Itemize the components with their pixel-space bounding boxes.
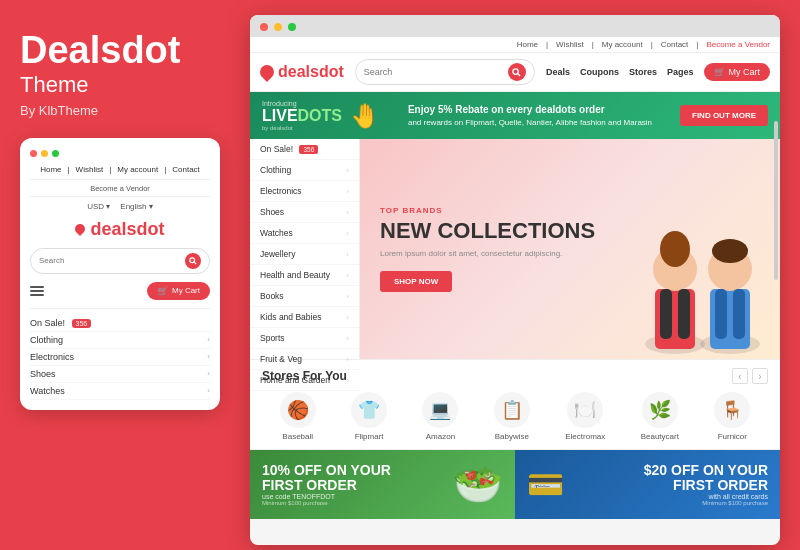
mobile-nav-wishlist[interactable]: Wishlist (76, 165, 104, 174)
site-cart-label: My Cart (729, 67, 761, 77)
mobile-menu-item-onsale[interactable]: On Sale! 356 (30, 315, 210, 332)
mobile-cart-label: My Cart (172, 286, 200, 295)
promo-introducing: Introducing (262, 100, 342, 107)
browser-dot-yellow (274, 23, 282, 31)
promo-blue-min: Minimum $100 purchase (644, 500, 768, 506)
category-label-jewellery: Jewellery (260, 249, 295, 259)
mobile-dot-red (30, 150, 37, 157)
category-item-kids[interactable]: Kids and Babies › (250, 307, 359, 328)
mobile-menu-item-clothing[interactable]: Clothing › (30, 332, 210, 349)
store-item-beautycart[interactable]: 🌿 Beautycart (641, 392, 679, 441)
mobile-cart-button[interactable]: 🛒 My Cart (147, 282, 210, 300)
hero-subtitle: Lorem ipsum dolor sit amet, consectetur … (380, 249, 595, 258)
mobile-language-select[interactable]: English ▾ (120, 202, 152, 211)
category-item-health[interactable]: Health and Beauty › (250, 265, 359, 286)
category-label-clothing: Clothing (260, 165, 291, 175)
stores-header: Stores For You ‹ › (262, 368, 768, 384)
site-search-input[interactable] (364, 67, 508, 77)
mobile-search-input[interactable] (39, 256, 185, 265)
mobile-logo: dealsdot (30, 219, 210, 240)
chevron-right-icon: › (346, 292, 349, 301)
chevron-right-icon: › (346, 355, 349, 364)
site-logo[interactable]: dealsdot (260, 63, 344, 81)
promo-green-min: Minimum $100 purchase (262, 500, 391, 506)
scrollbar[interactable] (774, 121, 778, 280)
mobile-toolbar: 🛒 My Cart (30, 282, 210, 300)
chevron-right-icon: › (346, 250, 349, 259)
site-logo-text: dealsdot (278, 63, 344, 81)
promo-right-text: Enjoy 5% Rebate on every dealdots order … (408, 103, 652, 128)
site-search-button[interactable] (508, 63, 526, 81)
mobile-menu-item-shoes[interactable]: Shoes › (30, 366, 210, 383)
nav-coupons[interactable]: Coupons (580, 67, 619, 77)
mobile-menu-label-watches: Watches (30, 386, 65, 396)
mobile-become-vendor[interactable]: Become a Vendor (30, 184, 210, 197)
topbar-wishlist[interactable]: Wishlist (556, 40, 584, 49)
hamburger-menu-button[interactable] (30, 286, 44, 296)
topbar-contact[interactable]: Contact (661, 40, 689, 49)
category-item-clothing[interactable]: Clothing › (250, 160, 359, 181)
promo-blue-sub: with all credit cards (644, 493, 768, 500)
hero-banner: TOP BRANDS NEW COLLECTIONS Lorem ipsum d… (360, 139, 780, 359)
browser-mockup: Home | Wishlist | My account | Contact |… (250, 15, 780, 545)
topbar-home[interactable]: Home (517, 40, 538, 49)
mobile-menu-item-electronics[interactable]: Electronics › (30, 349, 210, 366)
category-item-watches[interactable]: Watches › (250, 223, 359, 244)
store-name-amazon: Amazon (426, 432, 455, 441)
store-icon-furnicor: 🪑 (714, 392, 750, 428)
category-item-shoes[interactable]: Shoes › (250, 202, 359, 223)
promo-livedots-logo: LIVEDOTS (262, 107, 342, 125)
hero-title: NEW COLLECTIONS (380, 219, 595, 243)
chevron-right-icon: › (207, 386, 210, 395)
store-item-amazon[interactable]: 💻 Amazon (422, 392, 458, 441)
stores-section: Stores For You ‹ › 🏀 Baseball 👕 Flipmart… (250, 359, 780, 449)
nav-pages[interactable]: Pages (667, 67, 694, 77)
site-search-bar (355, 59, 535, 85)
mobile-nav-home[interactable]: Home (40, 165, 61, 174)
category-item-onsale[interactable]: On Sale! 356 (250, 139, 359, 160)
store-name-electromax: Electromax (565, 432, 605, 441)
stores-prev-button[interactable]: ‹ (732, 368, 748, 384)
mobile-nav-contact[interactable]: Contact (172, 165, 200, 174)
category-item-fruit[interactable]: Fruit & Veg › (250, 349, 359, 370)
promo-dots: DOTS (298, 107, 342, 124)
promo-banner-blue: 💳 $20 OFF ON YOURFIRST ORDER with all cr… (515, 450, 780, 519)
store-item-flipmart[interactable]: 👕 Flipmart (351, 392, 387, 441)
store-item-baseball[interactable]: 🏀 Baseball (280, 392, 316, 441)
hero-content: TOP BRANDS NEW COLLECTIONS Lorem ipsum d… (380, 206, 595, 292)
store-icon-electromax: 🍽️ (567, 392, 603, 428)
promo-logo-area: Introducing LIVEDOTS by dealsdot (262, 100, 342, 131)
site-topbar: Home | Wishlist | My account | Contact |… (250, 37, 780, 53)
nav-stores[interactable]: Stores (629, 67, 657, 77)
mobile-logo-text: dealsdot (90, 219, 164, 240)
category-item-jewellery[interactable]: Jewellery › (250, 244, 359, 265)
topbar-myaccount[interactable]: My account (602, 40, 643, 49)
nav-deals[interactable]: Deals (546, 67, 570, 77)
chevron-right-icon: › (346, 208, 349, 217)
mobile-currency-select[interactable]: USD ▾ (87, 202, 110, 211)
chevron-right-icon: › (346, 166, 349, 175)
store-item-furnicor[interactable]: 🪑 Furnicor (714, 392, 750, 441)
mobile-search-bar (30, 248, 210, 274)
store-item-electromax[interactable]: 🍽️ Electromax (565, 392, 605, 441)
promo-bold-text: Enjoy 5% Rebate on every dealdots order (408, 104, 605, 115)
left-panel: Dealsdot Theme By KlbTheme Home | Wishli… (20, 30, 240, 410)
mobile-menu-label-onsale: On Sale! 356 (30, 318, 91, 328)
promo-green-food-image: 🥗 (453, 461, 503, 508)
category-item-sports[interactable]: Sports › (250, 328, 359, 349)
mobile-nav-account[interactable]: My account (117, 165, 158, 174)
topbar-become-vendor[interactable]: Become a Vendor (706, 40, 770, 49)
store-name-furnicor: Furnicor (718, 432, 747, 441)
promo-cta-button[interactable]: FIND OUT MORE (680, 105, 768, 126)
hero-cta-button[interactable]: SHOP NOW (380, 271, 452, 292)
mobile-search-button[interactable] (185, 253, 201, 269)
category-label-watches: Watches (260, 228, 293, 238)
site-cart-button[interactable]: 🛒 My Cart (704, 63, 771, 81)
store-item-babywise[interactable]: 📋 Babywise (494, 392, 530, 441)
stores-next-button[interactable]: › (752, 368, 768, 384)
chevron-right-icon: › (346, 229, 349, 238)
category-item-electronics[interactable]: Electronics › (250, 181, 359, 202)
site-nav: Deals Coupons Stores Pages 🛒 My Cart (546, 63, 770, 81)
category-item-books[interactable]: Books › (250, 286, 359, 307)
mobile-menu-item-watches[interactable]: Watches › (30, 383, 210, 400)
